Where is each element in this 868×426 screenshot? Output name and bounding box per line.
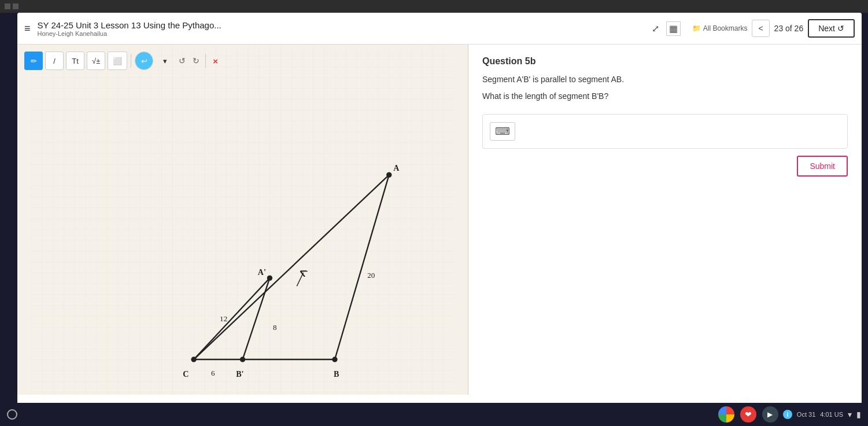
page-indicator: 23 of 26 bbox=[774, 24, 804, 33]
geometry-canvas: A B C A' B' 20 12 8 6 bbox=[17, 45, 468, 395]
screencast-icon[interactable]: ▶ bbox=[762, 406, 778, 423]
question-panel: Question 5b Segment A'B' is parallel to … bbox=[468, 45, 862, 395]
label-B: B bbox=[334, 369, 339, 379]
bookmark-icon: 📁 bbox=[692, 24, 701, 32]
color-icon: ↩ bbox=[141, 57, 147, 65]
redo-button[interactable]: ↻ bbox=[190, 54, 202, 68]
point-B bbox=[332, 357, 337, 362]
all-bookmarks-link[interactable]: 📁 All Bookmarks bbox=[692, 24, 748, 32]
content-area: ✏ / Tt √± ⬜ ↩ ▾ ↺ bbox=[17, 45, 862, 395]
bottom-taskbar: ❤ ▶ i Oct 31 4:01 US ▾ ▮ bbox=[0, 403, 868, 426]
answer-input[interactable] bbox=[522, 127, 840, 136]
slash-button[interactable]: / bbox=[45, 52, 64, 70]
undo-button[interactable]: ↺ bbox=[176, 54, 188, 68]
student-name: Honey-Leigh Kanehailua bbox=[38, 30, 652, 37]
taskbar-system: i Oct 31 4:01 US ▾ ▮ bbox=[783, 410, 861, 419]
label-C: C bbox=[183, 369, 189, 379]
wifi-icon: ▾ bbox=[848, 410, 852, 419]
label-A-prime: A' bbox=[258, 267, 266, 277]
point-A bbox=[386, 172, 391, 177]
num-8: 8 bbox=[273, 323, 277, 332]
question-label: Question 5b bbox=[482, 56, 848, 67]
sqrt-button[interactable]: √± bbox=[87, 52, 105, 70]
taskbar-dot bbox=[5, 3, 10, 9]
header-title-block: SY 24-25 Unit 3 Lesson 13 Using the Pyth… bbox=[38, 20, 652, 37]
num-12: 12 bbox=[220, 314, 227, 323]
date-display: Oct 31 bbox=[797, 411, 815, 418]
social-icon[interactable]: ❤ bbox=[740, 406, 756, 423]
submit-button[interactable]: Submit bbox=[797, 156, 848, 177]
label-B-prime: B' bbox=[236, 369, 243, 379]
lesson-title: SY 24-25 Unit 3 Lesson 13 Using the Pyth… bbox=[38, 20, 652, 30]
text-button[interactable]: Tt bbox=[66, 52, 84, 70]
time-display: 4:01 US bbox=[820, 411, 843, 418]
top-taskbar bbox=[0, 0, 868, 13]
next-button[interactable]: Next ↺ bbox=[808, 19, 855, 38]
pencil-button[interactable]: ✏ bbox=[24, 52, 43, 70]
keyboard-icon[interactable]: ⌨ bbox=[490, 122, 515, 141]
answer-row: Submit bbox=[482, 156, 848, 177]
eraser-icon: ⬜ bbox=[113, 57, 122, 65]
battery-icon: ▮ bbox=[856, 410, 861, 419]
taskbar-dots bbox=[5, 3, 19, 9]
info-icon: i bbox=[783, 410, 792, 419]
point-C bbox=[191, 357, 196, 362]
num-6: 6 bbox=[211, 369, 215, 377]
num-20: 20 bbox=[367, 271, 375, 280]
chrome-circle bbox=[7, 409, 17, 420]
color-button[interactable]: ↩ bbox=[135, 52, 153, 70]
header-right: 📁 All Bookmarks < 23 of 26 Next ↺ bbox=[692, 19, 855, 38]
drawing-toolbar: ✏ / Tt √± ⬜ ↩ ▾ ↺ bbox=[24, 52, 221, 70]
slash-icon: / bbox=[53, 57, 56, 65]
toolbar-separator bbox=[131, 54, 131, 68]
label-A: A bbox=[393, 163, 400, 172]
sqrt-icon: √± bbox=[92, 57, 100, 65]
chrome-icon[interactable] bbox=[718, 406, 734, 423]
point-B-prime bbox=[240, 357, 245, 362]
close-button[interactable]: × bbox=[209, 54, 221, 68]
hamburger-icon[interactable]: ≡ bbox=[24, 23, 31, 35]
taskbar-dot bbox=[13, 3, 19, 9]
toolbar-separator-2 bbox=[205, 54, 206, 68]
expand-icon[interactable]: ⤢ bbox=[652, 23, 659, 34]
dropdown-arrow[interactable]: ▾ bbox=[156, 52, 174, 70]
header: ≡ SY 24-25 Unit 3 Lesson 13 Using the Py… bbox=[17, 13, 862, 45]
pencil-icon: ✏ bbox=[31, 57, 37, 65]
prev-button[interactable]: < bbox=[752, 20, 769, 37]
taskbar-icons: ❤ ▶ bbox=[718, 406, 778, 423]
eraser-button[interactable]: ⬜ bbox=[108, 52, 127, 70]
question-text-2: What is the length of segment B'B? bbox=[482, 90, 848, 102]
grid-icon[interactable]: ▦ bbox=[666, 21, 681, 36]
question-text-1: Segment A'B' is parallel to segment AB. bbox=[482, 74, 848, 86]
main-window: ≡ SY 24-25 Unit 3 Lesson 13 Using the Py… bbox=[17, 13, 862, 418]
point-A-prime bbox=[267, 276, 272, 281]
header-center-icons: ⤢ ▦ bbox=[652, 21, 681, 36]
svg-rect-0 bbox=[31, 45, 455, 395]
text-icon: Tt bbox=[72, 57, 79, 65]
answer-area: ⌨ bbox=[482, 114, 848, 149]
drawing-panel: ✏ / Tt √± ⬜ ↩ ▾ ↺ bbox=[17, 45, 468, 395]
